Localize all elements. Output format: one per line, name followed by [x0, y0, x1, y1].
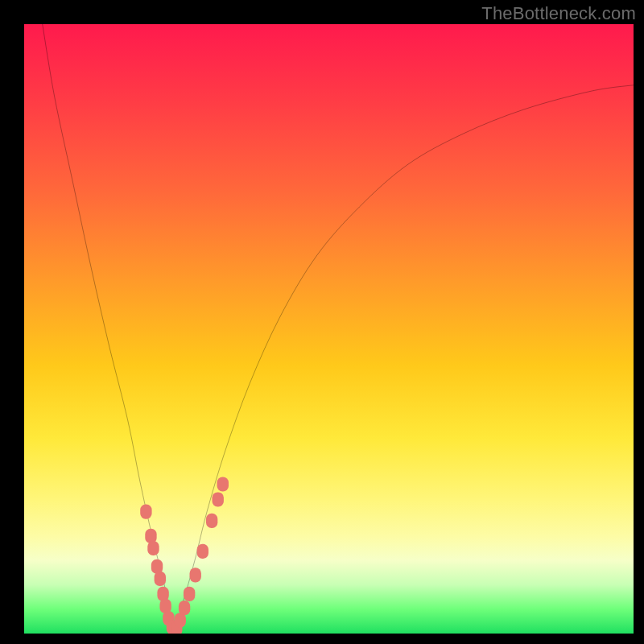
data-point-markers: [140, 477, 229, 634]
data-point: [206, 514, 217, 528]
data-point: [217, 477, 229, 491]
data-point: [147, 541, 159, 555]
data-point: [213, 492, 224, 506]
data-point: [179, 601, 190, 615]
data-point: [184, 587, 195, 601]
data-point: [140, 505, 151, 519]
data-point: [197, 544, 208, 559]
watermark-text: TheBottleneck.com: [481, 3, 636, 24]
data-point: [190, 568, 201, 582]
chart-frame: TheBottleneck.com: [0, 0, 644, 644]
plot-area: [24, 24, 634, 634]
bottleneck-curve: [43, 24, 634, 628]
chart-svg: [24, 24, 634, 634]
data-point: [155, 572, 166, 586]
